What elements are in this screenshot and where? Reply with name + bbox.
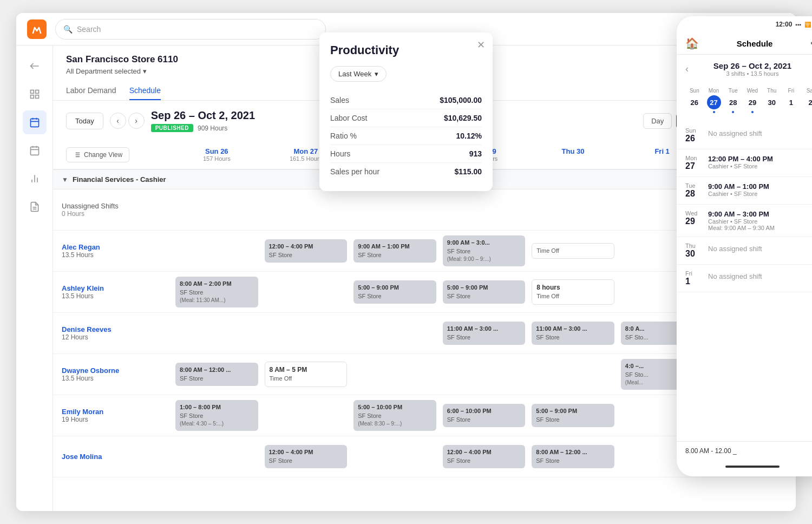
emily-tue[interactable]: 5:00 – 10:00 PM SF Store (Meal: 8:30 – 9… xyxy=(350,395,440,436)
productivity-title: Productivity xyxy=(330,43,482,57)
productivity-filter-button[interactable]: Last Week ▾ xyxy=(330,66,387,82)
today-button[interactable]: Today xyxy=(66,113,103,129)
alec-thu[interactable]: Time Off xyxy=(528,231,618,271)
shift-block[interactable]: 11:00 AM – 3:00 ... SF Store xyxy=(532,322,614,345)
shift-block[interactable]: 12:00 – 4:00 PM SF Store xyxy=(265,445,348,468)
alec-tue[interactable]: 9:00 AM – 1:00 PM SF Store xyxy=(350,231,440,271)
productivity-popup: ✕ Productivity Last Week ▾ Sales $105,00… xyxy=(319,32,493,191)
emily-mon xyxy=(261,395,351,436)
emily-sun[interactable]: 1:00 – 8:00 PM SF Store (Meal: 4:30 – 5:… xyxy=(172,395,261,436)
close-popup-button[interactable]: ✕ xyxy=(477,39,485,51)
productivity-sph-row: Sales per hour $115.00 xyxy=(330,163,482,180)
mobile-home-icon[interactable]: 🏠 xyxy=(685,37,699,50)
sales-label: Sales xyxy=(330,96,349,104)
shift-block[interactable]: 8:00 AM – 2:00 PM SF Store (Meal: 11:30 … xyxy=(175,277,258,307)
productivity-ratio-row: Ratio % 10.12% xyxy=(330,127,482,145)
ashley-wed[interactable]: 5:00 – 9:00 PM SF Store xyxy=(440,272,529,312)
sidebar xyxy=(16,45,53,511)
denise-wed[interactable]: 11:00 AM – 3:00 ... SF Store xyxy=(440,313,529,353)
denise-mon xyxy=(261,313,351,353)
prev-week-button[interactable]: ‹ xyxy=(110,113,126,129)
shift-block[interactable]: 12:00 – 4:00 PM SF Store xyxy=(443,445,526,468)
dwayne-sun[interactable]: 8:00 AM – 12:00 ... SF Store xyxy=(172,354,261,395)
search-bar[interactable]: 🔍 Search xyxy=(55,19,326,40)
tab-schedule[interactable]: Schedule xyxy=(129,82,161,100)
mobile-signal-icon: ▪▪▪ xyxy=(795,22,801,28)
time-off-block[interactable]: 8 AM – 5 PM Time Off xyxy=(265,362,348,387)
shift-block[interactable]: 9:00 AM – 1:00 PM SF Store xyxy=(353,239,436,263)
shift-block[interactable]: 5:00 – 9:00 PM SF Store xyxy=(443,280,526,304)
alec-name[interactable]: Alec Regan xyxy=(62,243,163,251)
mobile-day-sat[interactable]: Sat 2 xyxy=(801,88,812,113)
mobile-prev-button[interactable]: ‹ xyxy=(685,63,689,75)
shift-block[interactable]: 8:00 AM – 12:00 ... SF Store xyxy=(532,445,614,468)
sales-value: $105,000.00 xyxy=(440,96,482,104)
denise-name[interactable]: Denise Reeves xyxy=(62,325,163,333)
mobile-sun-label: Sun 26 xyxy=(685,127,702,143)
sidebar-item-calendar[interactable] xyxy=(23,139,47,162)
date-range-display: Sep 26 – Oct 2, 2021 xyxy=(151,109,255,122)
mobile-section-sun: Sun 26 No assigned shift xyxy=(677,122,812,149)
labor-value: $10,629.50 xyxy=(444,114,482,122)
hours-value: 913 xyxy=(469,149,482,158)
sidebar-item-analytics[interactable] xyxy=(23,167,47,191)
ashley-thu[interactable]: 8 hours Time Off xyxy=(528,272,618,312)
collapse-section-icon[interactable]: ▼ xyxy=(62,176,68,184)
mobile-section-mon[interactable]: Mon 27 12:00 PM – 4:00 PM Cashier • SF S… xyxy=(677,149,812,177)
mobile-mon-shift: 12:00 PM – 4:00 PM Cashier • SF Store xyxy=(708,155,812,171)
jose-tue xyxy=(350,436,440,477)
jose-mon[interactable]: 12:00 – 4:00 PM SF Store xyxy=(261,436,351,477)
mobile-section-tue[interactable]: Tue 28 9:00 AM – 1:00 PM Cashier • SF St… xyxy=(677,177,812,205)
shift-block[interactable]: 9:00 AM – 3:0... SF Store (Meal: 9:00 – … xyxy=(443,235,526,266)
mobile-day-mon[interactable]: Mon 27 xyxy=(705,88,723,113)
emily-name[interactable]: Emily Moran xyxy=(62,408,163,416)
alec-wed[interactable]: 9:00 AM – 3:0... SF Store (Meal: 9:00 – … xyxy=(440,231,529,271)
sidebar-item-grid[interactable] xyxy=(23,82,47,106)
change-view-button[interactable]: Change View xyxy=(66,147,129,162)
mobile-bottom-shift: 8.00 AM - 12.00 _ xyxy=(677,441,812,460)
svg-rect-8 xyxy=(35,90,38,94)
emily-wed[interactable]: 6:00 – 10:00 PM SF Store xyxy=(440,395,529,436)
alec-mon[interactable]: 12:00 – 4:00 PM SF Store xyxy=(261,231,351,271)
dwayne-mon[interactable]: 8 AM – 5 PM Time Off xyxy=(261,354,351,395)
mobile-day-tue[interactable]: Tue 28 xyxy=(724,88,742,113)
jose-name[interactable]: Jose Molina xyxy=(62,453,163,461)
svg-rect-7 xyxy=(30,90,34,94)
day-view-button[interactable]: Day xyxy=(643,113,672,129)
time-off-block[interactable]: Time Off xyxy=(532,243,614,259)
mobile-day-fri[interactable]: Fri 1 xyxy=(782,88,801,113)
ashley-name[interactable]: Ashley Klein xyxy=(62,284,163,292)
shift-block[interactable]: 5:00 – 9:00 PM SF Store xyxy=(353,280,436,304)
shift-block[interactable]: 8:00 AM – 12:00 ... SF Store xyxy=(175,363,258,386)
ashley-tue[interactable]: 5:00 – 9:00 PM SF Store xyxy=(350,272,440,312)
shift-block[interactable]: 12:00 – 4:00 PM SF Store xyxy=(265,239,348,263)
mobile-schedule[interactable]: Sun 26 No assigned shift Mon 27 12:00 PM… xyxy=(677,117,812,448)
emily-thu[interactable]: 5:00 – 9:00 PM SF Store xyxy=(528,395,618,436)
ashley-sun[interactable]: 8:00 AM – 2:00 PM SF Store (Meal: 11:30 … xyxy=(172,272,261,312)
shift-block[interactable]: 5:00 – 9:00 PM SF Store xyxy=(532,404,614,427)
sidebar-item-reports[interactable] xyxy=(23,195,47,219)
sidebar-item-schedule[interactable] xyxy=(23,110,47,134)
mobile-day-wed[interactable]: Wed 29 xyxy=(743,88,762,113)
shift-block[interactable]: 5:00 – 10:00 PM SF Store (Meal: 8:30 – 9… xyxy=(353,400,436,431)
mobile-nav-content: Sep 26 – Oct 2, 2021 3 shifts • 13.5 hou… xyxy=(693,61,812,77)
shift-block[interactable]: 11:00 AM – 3:00 ... SF Store xyxy=(443,322,526,345)
sidebar-item-collapse[interactable] xyxy=(23,54,47,78)
next-week-button[interactable]: › xyxy=(128,113,145,129)
denise-info: Denise Reeves 12 Hours xyxy=(53,313,172,353)
mobile-day-thu[interactable]: Thu 30 xyxy=(763,88,781,113)
mobile-section-wed[interactable]: Wed 29 9:00 AM – 3:00 PM Cashier • SF St… xyxy=(677,205,812,237)
labor-label: Labor Cost xyxy=(330,114,367,122)
time-off-block[interactable]: 8 hours Time Off xyxy=(532,279,614,304)
shift-block[interactable]: 6:00 – 10:00 PM SF Store xyxy=(443,404,526,427)
jose-thu[interactable]: 8:00 AM – 12:00 ... SF Store xyxy=(528,436,618,477)
dwayne-name[interactable]: Dwayne Osborne xyxy=(62,366,163,375)
jose-wed[interactable]: 12:00 – 4:00 PM SF Store xyxy=(440,436,529,477)
mobile-section-thu: Thu 30 No assigned shift xyxy=(677,237,812,265)
tab-labor-demand[interactable]: Labor Demand xyxy=(66,82,116,100)
change-view-label: Change View xyxy=(84,151,122,159)
shift-block[interactable]: 1:00 – 8:00 PM SF Store (Meal: 4:30 – 5:… xyxy=(175,400,258,431)
mobile-dot-wed xyxy=(751,111,754,113)
denise-thu[interactable]: 11:00 AM – 3:00 ... SF Store xyxy=(528,313,618,353)
filter-chevron-icon: ▾ xyxy=(375,70,378,78)
